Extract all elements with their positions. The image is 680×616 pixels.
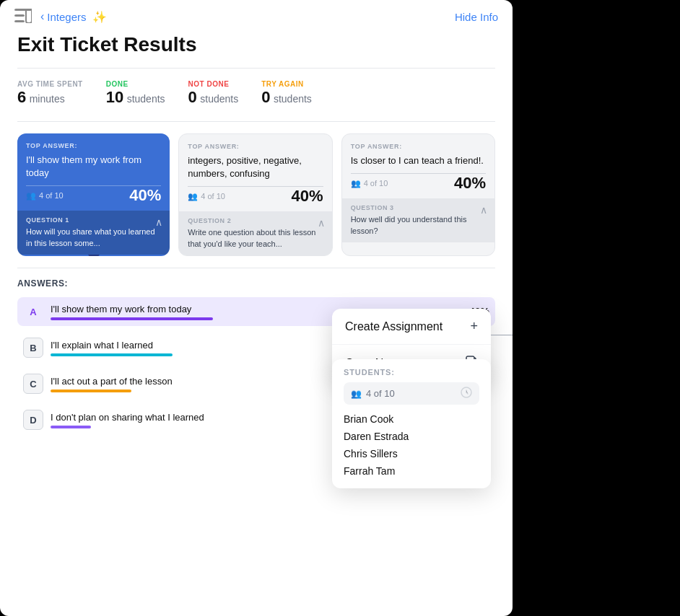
svg-rect-1: [14, 14, 25, 17]
card3-stats: 👥 4 of 10 40%: [342, 174, 494, 198]
card1-students-text: 4 of 10: [39, 191, 64, 200]
card1-pct: 40%: [129, 186, 161, 205]
hide-info-button[interactable]: Hide Info: [455, 11, 498, 23]
stat-done-label: DONE: [106, 80, 165, 88]
divider1: [17, 68, 495, 69]
answers-label: ANSWERS:: [17, 278, 495, 289]
answer-letter-c: C: [23, 374, 43, 394]
question-card-3[interactable]: TOP ANSWER: Is closer to I can teach a f…: [341, 133, 495, 256]
card1-students: 👥 4 of 10: [26, 191, 64, 201]
answer-bar-d: [51, 426, 91, 428]
stat-not-done-value: 0 students: [188, 88, 239, 107]
students-count-row: 👥 4 of 10: [344, 382, 479, 405]
card1-people-icon: 👥: [26, 191, 36, 201]
students-popup: STUDENTS: 👥 4 of 10 Brian Cook Daren Est…: [332, 359, 491, 488]
card1-bottom: QUESTION 1 How will you share what you l…: [17, 211, 170, 255]
card3-top-answer-text: Is closer to I can teach a friend!.: [351, 154, 486, 167]
stat-not-done: NOT DONE 0 students: [188, 80, 239, 107]
card3-students-text: 4 of 10: [364, 179, 388, 188]
question-card-1[interactable]: TOP ANSWER: I'll show them my work from …: [17, 133, 170, 256]
card3-top: TOP ANSWER: Is closer to I can teach a f…: [342, 134, 494, 173]
svg-rect-2: [14, 20, 25, 22]
card1-stats: 👥 4 of 10 40%: [17, 186, 170, 211]
card3-top-answer-label: TOP ANSWER:: [351, 143, 486, 150]
answer-letter-a: A: [23, 302, 43, 322]
card1-chevron-icon: ∧: [155, 216, 162, 228]
card2-students: 👥 4 of 10: [188, 192, 225, 201]
stat-try-again: TRY AGAIN 0 students: [261, 80, 312, 107]
stat-try-again-label: TRY AGAIN: [261, 80, 312, 88]
divider2: [17, 121, 495, 122]
card2-pct: 40%: [292, 187, 323, 206]
top-bar-left: ‹ Integers ✨: [14, 9, 107, 25]
card2-stats: 👥 4 of 10 40%: [179, 187, 331, 211]
card1-q-label: QUESTION 1: [26, 216, 161, 224]
answer-bar-c: [51, 390, 131, 392]
answer-letter-d: D: [23, 410, 43, 430]
card3-chevron-icon: ∧: [480, 204, 487, 216]
sidebar-toggle-icon[interactable]: [14, 9, 35, 25]
card1-tooltip-arrow: [88, 255, 100, 256]
student-name-2: Daren Estrada: [344, 428, 479, 445]
stat-not-done-label: NOT DONE: [188, 80, 239, 88]
stat-avg-time-value: 6 minutes: [17, 88, 83, 107]
card2-top: TOP ANSWER: integers, positive, negative…: [179, 134, 331, 186]
back-nav[interactable]: ‹ Integers: [40, 10, 87, 23]
connector-line: [491, 335, 513, 335]
stat-done: DONE 10 students: [106, 80, 165, 107]
stat-done-value: 10 students: [106, 88, 165, 107]
card1-q-text: How will you share what you learned in t…: [26, 226, 161, 249]
card2-q-text: Write one question about this lesson tha…: [188, 227, 323, 250]
question-card-2[interactable]: TOP ANSWER: integers, positive, negative…: [178, 133, 332, 256]
students-count-circle-icon: [461, 387, 472, 400]
card2-bottom: QUESTION 2 Write one question about this…: [179, 211, 331, 255]
student-name-3: Chris Sillers: [344, 445, 479, 462]
stat-avg-time-label: AVG TIME SPENT: [17, 80, 83, 88]
top-bar: ‹ Integers ✨ Hide Info: [0, 0, 513, 33]
back-chevron-icon: ‹: [40, 10, 44, 23]
card2-people-icon: 👥: [188, 192, 198, 201]
card3-q-label: QUESTION 3: [351, 204, 486, 211]
card2-top-answer-text: integers, positive, negative, numbers, c…: [188, 154, 323, 180]
black-panel: [513, 0, 680, 616]
students-popup-label: STUDENTS:: [344, 368, 479, 377]
card3-students: 👥 4 of 10: [351, 179, 388, 188]
create-assignment-item[interactable]: Create Assignment +: [332, 309, 491, 345]
students-people-icon: 👥: [351, 389, 362, 399]
answer-bar-a: [51, 317, 213, 320]
card3-pct: 40%: [454, 174, 486, 193]
card1-top-answer-text: I'll show them my work from today: [26, 154, 161, 180]
stats-row: AVG TIME SPENT 6 minutes DONE 10 student…: [17, 80, 495, 107]
cards-row: TOP ANSWER: I'll show them my work from …: [17, 133, 495, 256]
student-name-4: Farrah Tam: [344, 462, 479, 480]
students-count-text: 4 of 10: [366, 388, 456, 399]
card3-people-icon: 👥: [351, 179, 361, 188]
card2-q-label: QUESTION 2: [188, 217, 323, 224]
magic-icon: ✨: [92, 10, 107, 24]
card1-top-answer-label: TOP ANSWER:: [26, 142, 161, 149]
stat-try-again-value: 0 students: [261, 88, 312, 107]
page-title: Exit Ticket Results: [17, 33, 495, 56]
answer-letter-b: B: [23, 338, 43, 358]
card2-chevron-icon: ∧: [318, 217, 325, 229]
card2-top-answer-label: TOP ANSWER:: [188, 143, 323, 150]
card1-top: TOP ANSWER: I'll show them my work from …: [17, 133, 170, 185]
card2-students-text: 4 of 10: [201, 192, 225, 201]
stat-avg-time: AVG TIME SPENT 6 minutes: [17, 80, 83, 107]
student-name-1: Brian Cook: [344, 410, 479, 428]
card3-bottom: QUESTION 3 How well did you understand t…: [342, 198, 494, 242]
create-assignment-plus-icon: +: [470, 319, 478, 334]
create-assignment-label: Create Assignment: [345, 320, 443, 333]
card3-q-text: How well did you understand this lesson?: [351, 214, 486, 237]
answer-bar-b: [51, 353, 173, 356]
nav-title: Integers: [47, 11, 86, 23]
